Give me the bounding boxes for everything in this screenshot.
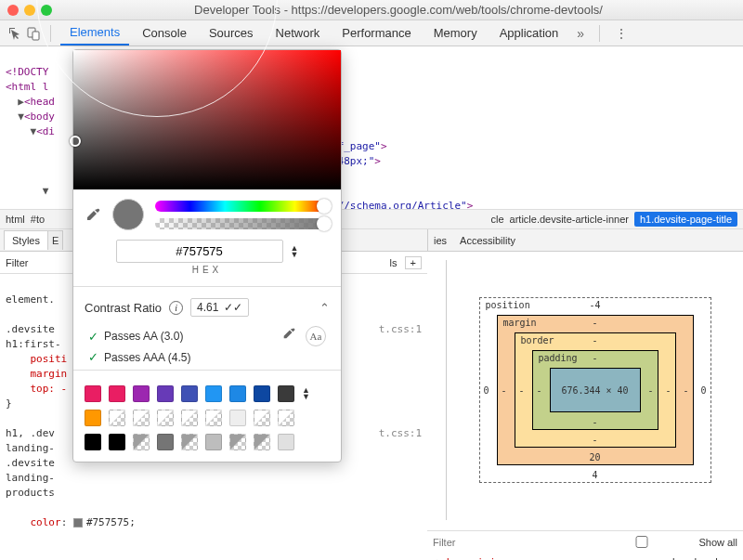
styles-filter-input[interactable]: Filter: [6, 257, 28, 268]
palette-swatch[interactable]: [181, 434, 198, 450]
tab-network[interactable]: Network: [267, 21, 330, 45]
text-preview-icon[interactable]: Aa: [306, 326, 326, 346]
alpha-slider[interactable]: [155, 218, 330, 229]
palette-swatch[interactable]: [133, 410, 150, 426]
css-selector[interactable]: h1, .dev: [6, 427, 55, 439]
box-value[interactable]: 20: [589, 452, 600, 462]
eyedropper-icon[interactable]: [85, 206, 101, 223]
color-swatch[interactable]: [73, 518, 83, 527]
css-selector[interactable]: .devsite: [6, 457, 55, 469]
color-value-input[interactable]: [116, 240, 283, 263]
tab-styles[interactable]: Styles: [4, 230, 48, 250]
palette-swatch[interactable]: [205, 434, 222, 450]
breadcrumb[interactable]: cle: [490, 214, 503, 225]
box-value[interactable]: 4: [592, 470, 597, 480]
computed-property-row[interactable]: ▶ box-sizing border-box: [427, 553, 743, 560]
box-value[interactable]: 0: [484, 385, 489, 396]
css-property[interactable]: positi: [31, 353, 68, 365]
palette-swatch[interactable]: [109, 385, 125, 402]
palette-swatch[interactable]: [181, 410, 198, 426]
tabs-overflow-icon[interactable]: »: [571, 26, 590, 41]
device-toggle-icon[interactable]: [26, 26, 41, 41]
color-spectrum[interactable]: [73, 50, 341, 189]
palette-swatch[interactable]: [85, 385, 101, 402]
collapse-icon[interactable]: ▼: [18, 111, 24, 123]
expand-icon[interactable]: ▶: [18, 96, 24, 108]
css-source-link[interactable]: t.css:1: [379, 426, 422, 441]
pick-background-icon[interactable]: [281, 326, 296, 346]
collapse-icon[interactable]: ▼: [43, 185, 49, 197]
breadcrumb[interactable]: #to: [31, 214, 45, 225]
dom-node[interactable]: <body: [24, 111, 55, 123]
tab-application[interactable]: Application: [490, 21, 568, 45]
more-options-icon[interactable]: ⋮: [609, 26, 633, 41]
box-value[interactable]: -: [592, 335, 597, 345]
palette-swatch[interactable]: [229, 434, 246, 450]
box-value[interactable]: -: [519, 385, 525, 396]
box-value[interactable]: 0: [700, 385, 706, 396]
palette-swatch[interactable]: [181, 385, 198, 402]
new-style-rule-button[interactable]: +: [405, 256, 422, 269]
palette-swatch[interactable]: [133, 385, 150, 402]
contrast-expand-icon[interactable]: ⌃: [319, 301, 330, 315]
palette-swatch[interactable]: [157, 410, 174, 426]
css-source-link[interactable]: t.css:1: [379, 322, 422, 337]
box-model-border[interactable]: border - - - - padding - - - - 676.344 ×…: [515, 332, 676, 448]
breadcrumb-selected[interactable]: h1.devsite-page-title: [634, 212, 737, 227]
box-value[interactable]: -4: [589, 300, 600, 310]
computed-filter-input[interactable]: [433, 537, 535, 548]
dom-node[interactable]: <head: [24, 96, 55, 108]
box-value[interactable]: -: [665, 385, 671, 396]
palette-swatch[interactable]: [278, 385, 294, 402]
color-format-stepper[interactable]: ▲▼: [291, 245, 299, 258]
breadcrumb[interactable]: article.devsite-article-inner: [510, 214, 629, 225]
css-value[interactable]: #757575;: [86, 516, 136, 528]
css-selector[interactable]: element.: [6, 293, 55, 306]
styles-filter-extra[interactable]: ls: [390, 257, 398, 268]
tab-performance[interactable]: Performance: [332, 21, 420, 45]
palette-swatch[interactable]: [109, 434, 125, 450]
tab-memory[interactable]: Memory: [424, 21, 487, 45]
palette-swatch[interactable]: [254, 385, 270, 402]
alpha-knob[interactable]: [317, 216, 332, 231]
css-selector[interactable]: landing-: [6, 472, 55, 484]
palette-swatch[interactable]: [205, 385, 222, 402]
css-property[interactable]: color: [31, 516, 61, 528]
palette-swatch[interactable]: [109, 410, 125, 426]
box-value[interactable]: -: [537, 385, 542, 396]
css-selector[interactable]: .devsite: [6, 323, 55, 335]
minimize-window-icon[interactable]: [24, 5, 35, 16]
css-selector[interactable]: h1:first-: [6, 338, 61, 350]
palette-swatch[interactable]: [278, 410, 294, 426]
inspect-icon[interactable]: [7, 26, 22, 41]
palette-swatch[interactable]: [229, 410, 246, 426]
palette-swatch[interactable]: [85, 410, 101, 426]
palette-swatch[interactable]: [254, 434, 270, 450]
palette-swatch[interactable]: [278, 434, 294, 450]
box-value[interactable]: -: [592, 435, 597, 445]
box-model-content[interactable]: 676.344 × 40: [550, 368, 641, 412]
spectrum-cursor[interactable]: [70, 136, 81, 147]
palette-swatch[interactable]: [157, 385, 174, 402]
palette-swatch[interactable]: [85, 434, 101, 450]
close-window-icon[interactable]: [7, 5, 19, 16]
box-model-padding[interactable]: padding - - - - 676.344 × 40: [532, 350, 658, 430]
box-value[interactable]: -: [502, 385, 507, 396]
css-property[interactable]: margin: [31, 368, 68, 380]
hue-slider[interactable]: [155, 201, 330, 212]
tab-properties-cut[interactable]: ies: [434, 235, 447, 246]
palette-swatch[interactable]: [157, 434, 174, 450]
palette-swatch[interactable]: [229, 385, 246, 402]
box-value[interactable]: -: [592, 318, 597, 328]
expand-icon[interactable]: ▶: [437, 556, 443, 561]
box-model-position[interactable]: position -4 0 4 0 margin - - 20 - border…: [479, 297, 711, 483]
palette-swatch[interactable]: [133, 434, 150, 450]
palette-swatch[interactable]: [254, 410, 270, 426]
palette-swatch[interactable]: [205, 410, 222, 426]
contrast-info-icon[interactable]: i: [169, 301, 183, 315]
box-value[interactable]: -: [647, 385, 653, 396]
breadcrumb[interactable]: html: [6, 214, 25, 225]
box-value[interactable]: -: [592, 417, 597, 427]
css-property[interactable]: top: -: [31, 383, 68, 395]
css-selector[interactable]: landing-: [6, 442, 55, 454]
